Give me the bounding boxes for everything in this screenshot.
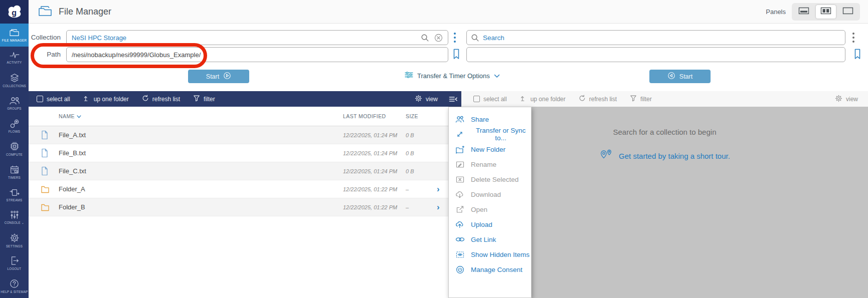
main-area: Collection NeSI HPC Storage bbox=[29, 24, 868, 298]
filter-funnel-icon bbox=[193, 95, 200, 103]
up-one-folder-button[interactable]: up one folder bbox=[520, 95, 566, 103]
sidebar-item-flows[interactable]: FLOWS bbox=[0, 115, 29, 138]
sidebar-item-settings[interactable]: SETTINGS bbox=[0, 229, 29, 252]
filter-button[interactable]: filter bbox=[193, 95, 215, 103]
third-panel-button[interactable] bbox=[838, 5, 858, 19]
file-table-header: NAME LAST MODIFIED SIZE bbox=[29, 107, 448, 126]
sidebar-item-activity[interactable]: ACTIVITY bbox=[0, 47, 29, 70]
sidebar-item-groups[interactable]: GROUPS bbox=[0, 92, 29, 115]
open-folder-chevron-icon[interactable]: › bbox=[436, 203, 448, 211]
clear-collection-icon[interactable] bbox=[434, 34, 443, 42]
sidebar-item-streams[interactable]: STREAMS bbox=[0, 183, 29, 206]
column-header-modified[interactable]: LAST MODIFIED bbox=[343, 113, 406, 119]
file-manager-icon bbox=[9, 28, 20, 37]
link-icon bbox=[455, 236, 465, 242]
sidebar-item-label: ACTIVITY bbox=[7, 61, 22, 65]
refresh-icon bbox=[142, 95, 149, 103]
menu-item-rename[interactable]: Rename bbox=[449, 157, 531, 172]
path-input[interactable]: /nesi/nobackup/nesi99999/Globus_Example/ bbox=[66, 47, 448, 62]
table-row-file[interactable]: File_B.txt 12/22/2025, 01:24 PM 0 B bbox=[29, 144, 448, 162]
refresh-list-button[interactable]: refresh list bbox=[579, 95, 617, 103]
rename-icon bbox=[455, 161, 465, 168]
search-icon[interactable] bbox=[421, 34, 429, 42]
select-all-checkbox[interactable] bbox=[473, 96, 480, 102]
activity-icon bbox=[9, 51, 20, 59]
sidebar-item-label: TIMERS bbox=[8, 176, 21, 180]
play-circle-left-icon bbox=[667, 72, 675, 81]
destination-menu-dots-icon[interactable] bbox=[852, 32, 855, 44]
file-icon bbox=[29, 148, 59, 158]
menu-item-manage-consent[interactable]: Manage Consent bbox=[449, 262, 531, 277]
dual-panel-button[interactable] bbox=[816, 5, 836, 19]
menu-item-get-link[interactable]: Get Link bbox=[449, 232, 531, 247]
plain-panel-icon bbox=[842, 7, 853, 16]
sidebar-item-label: GROUPS bbox=[7, 107, 22, 111]
sidebar-item-label: LOGOUT bbox=[8, 267, 22, 271]
filter-button[interactable]: filter bbox=[630, 95, 652, 103]
globus-cloud-icon: g bbox=[5, 3, 24, 22]
table-row-file[interactable]: File_C.txt 12/22/2025, 01:24 PM 0 B bbox=[29, 162, 448, 180]
select-all-checkbox[interactable] bbox=[37, 96, 43, 102]
sidebar-item-help[interactable]: HELP & SITEMAP bbox=[0, 275, 29, 298]
table-row-folder[interactable]: Folder_B 12/22/2025, 01:22 PM – › bbox=[29, 198, 448, 216]
column-header-name[interactable]: NAME bbox=[59, 113, 343, 119]
single-panel-button[interactable] bbox=[794, 5, 814, 19]
power-circle-icon bbox=[455, 265, 465, 274]
map-pins-icon bbox=[599, 149, 614, 163]
globus-logo[interactable]: g bbox=[0, 0, 29, 24]
sidebar-item-file-manager[interactable]: FILE MANAGER bbox=[0, 24, 29, 47]
new-folder-icon bbox=[455, 145, 465, 154]
sidebar-item-compute[interactable]: COMPUTE bbox=[0, 138, 29, 161]
table-row-folder[interactable]: Folder_A 12/22/2025, 01:22 PM – › bbox=[29, 180, 448, 198]
menu-item-share[interactable]: Share bbox=[449, 112, 531, 127]
sidebar-item-timers[interactable]: TIMERS bbox=[0, 161, 29, 184]
start-transfer-right-button[interactable]: Start bbox=[649, 70, 711, 83]
bookmark-icon[interactable] bbox=[853, 48, 862, 60]
up-one-folder-icon bbox=[83, 95, 90, 103]
sidebar: g FILE MANAGER ACTIVITY bbox=[0, 0, 29, 298]
menu-item-show-hidden[interactable]: Show Hidden Items bbox=[449, 247, 531, 262]
view-button[interactable]: view bbox=[835, 95, 858, 104]
tour-link[interactable]: Get started by taking a short tour. bbox=[599, 149, 730, 163]
destination-search-input[interactable] bbox=[466, 30, 845, 45]
destination-path-input[interactable] bbox=[466, 47, 845, 62]
collection-input[interactable]: NeSI HPC Storage bbox=[66, 30, 448, 45]
empty-collection-message: Search for a collection to begin bbox=[613, 128, 717, 136]
select-all-button[interactable]: select all bbox=[37, 96, 70, 103]
transfer-timer-options-button[interactable]: Transfer & Timer Options bbox=[405, 71, 500, 80]
select-all-button[interactable]: select all bbox=[473, 96, 507, 103]
play-circle-icon bbox=[223, 72, 231, 81]
collection-menu-dots-icon[interactable] bbox=[453, 32, 456, 44]
menu-item-delete-selected[interactable]: Delete Selected bbox=[449, 172, 531, 187]
globus-file-manager-app: g FILE MANAGER ACTIVITY bbox=[0, 0, 868, 298]
column-header-size[interactable]: SIZE bbox=[406, 113, 436, 119]
sidebar-item-logout[interactable]: LOGOUT bbox=[0, 252, 29, 275]
page-title: File Manager bbox=[59, 7, 111, 17]
upload-cloud-icon bbox=[455, 220, 465, 228]
sidebar-item-label: COLLECTIONS bbox=[3, 84, 26, 88]
sidebar-item-console[interactable]: CONSOLE ⌄ bbox=[0, 206, 29, 229]
start-transfer-left-button[interactable]: Start bbox=[188, 70, 249, 83]
menu-item-new-folder[interactable]: New Folder bbox=[449, 142, 531, 157]
bookmark-icon[interactable] bbox=[452, 48, 461, 60]
menu-item-upload[interactable]: Upload bbox=[449, 217, 531, 232]
timers-icon bbox=[10, 165, 20, 174]
sidebar-item-collections[interactable]: COLLECTIONS bbox=[0, 69, 29, 92]
path-label: Path bbox=[29, 51, 61, 58]
menu-item-download[interactable]: Download bbox=[449, 187, 531, 202]
table-row-file[interactable]: File_A.txt 12/22/2025, 01:24 PM 0 B bbox=[29, 126, 448, 144]
collapse-menu-icon[interactable] bbox=[449, 96, 457, 103]
svg-text:g: g bbox=[12, 8, 17, 17]
refresh-list-button[interactable]: refresh list bbox=[142, 95, 180, 103]
menu-item-open[interactable]: Open bbox=[449, 202, 531, 217]
help-icon bbox=[10, 279, 19, 288]
up-one-folder-button[interactable]: up one folder bbox=[83, 95, 129, 103]
collections-icon bbox=[9, 73, 20, 83]
gear-icon bbox=[10, 233, 20, 243]
gear-icon bbox=[415, 95, 422, 104]
transfer-arrows-icon bbox=[455, 130, 464, 138]
view-button[interactable]: view bbox=[415, 95, 438, 104]
source-list-toolbar: select all up one folder refresh list bbox=[29, 91, 461, 107]
open-folder-chevron-icon[interactable]: › bbox=[436, 185, 448, 193]
menu-item-transfer-or-sync[interactable]: Transfer or Sync to... bbox=[449, 127, 531, 142]
